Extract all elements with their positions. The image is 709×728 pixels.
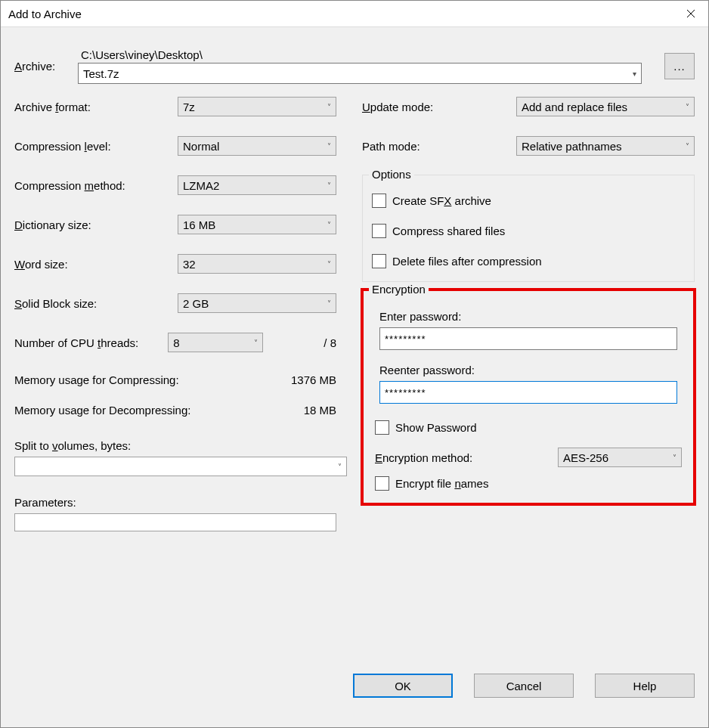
encryption-group: Encryption Enter password: ********* Ree…	[362, 290, 695, 504]
path-mode-row: Path mode: Relative pathnames˅	[362, 135, 695, 156]
checkbox-icon	[375, 476, 389, 491]
close-button[interactable]	[673, 1, 708, 26]
cancel-button[interactable]: Cancel	[474, 674, 574, 698]
archive-format-label: Archive format:	[14, 101, 178, 113]
dialog-footer: OK Cancel Help	[1, 659, 708, 727]
dictionary-size-combo[interactable]: 16 MB˅	[178, 215, 336, 234]
help-button[interactable]: Help	[595, 674, 695, 698]
path-mode-combo[interactable]: Relative pathnames˅	[516, 136, 695, 156]
checkbox-icon	[372, 194, 386, 208]
enter-password-input[interactable]: *********	[379, 327, 677, 350]
compress-shared-checkbox[interactable]: Compress shared files	[372, 222, 685, 239]
encrypt-filenames-checkbox[interactable]: Encrypt file names	[375, 475, 682, 491]
memory-compress-label: Memory usage for Compressing:	[14, 373, 179, 386]
compression-method-row: Compression method: LZMA2˅	[14, 175, 336, 196]
archive-format-row: Archive format: 7z˅	[14, 96, 336, 117]
chevron-down-icon: ˅	[686, 103, 689, 111]
checkbox-icon	[372, 254, 386, 268]
cpu-threads-total: / 8	[324, 336, 336, 349]
chevron-down-icon: ˅	[327, 221, 331, 229]
word-size-label: Word size:	[14, 258, 178, 271]
enter-password-label: Enter password:	[379, 310, 682, 323]
dictionary-size-label: Dictionary size:	[14, 218, 178, 231]
chevron-down-icon: ˅	[673, 454, 676, 462]
archive-destination-path: C:\Users\viney\Desktop\	[78, 48, 642, 61]
solid-block-combo[interactable]: 2 GB˅	[178, 293, 336, 313]
close-icon	[686, 9, 695, 18]
dictionary-size-row: Dictionary size: 16 MB˅	[14, 214, 336, 235]
chevron-down-icon: ˅	[327, 181, 331, 190]
archive-row: Archive: C:\Users\viney\Desktop\ Test.7z…	[14, 48, 695, 84]
memory-decompress-row: Memory usage for Decompressing: 18 MB	[14, 401, 336, 418]
titlebar: Add to Archive	[1, 1, 708, 27]
chevron-down-icon: ▾	[633, 70, 636, 78]
split-volumes-label: Split to volumes, bytes:	[14, 439, 336, 452]
options-legend: Options	[369, 168, 414, 181]
cpu-threads-row: Number of CPU threads: 8˅ / 8	[14, 332, 336, 353]
parameters-input[interactable]	[14, 513, 336, 531]
word-size-row: Word size: 32˅	[14, 253, 336, 274]
memory-compress-row: Memory usage for Compressing: 1376 MB	[14, 371, 336, 388]
window-title: Add to Archive	[8, 8, 82, 20]
encryption-method-row: Encryption method: AES-256˅	[375, 448, 682, 467]
compression-level-row: Compression level: Normal˅	[14, 135, 336, 156]
archive-format-combo[interactable]: 7z˅	[178, 97, 336, 116]
encryption-method-label: Encryption method:	[375, 451, 472, 464]
options-group: Options Create SFX archive Compress shar…	[362, 175, 695, 282]
checkbox-icon	[372, 224, 386, 238]
chevron-down-icon: ˅	[327, 103, 331, 111]
encryption-legend: Encryption	[369, 283, 429, 296]
reenter-password-label: Reenter password:	[379, 364, 682, 376]
compression-level-combo[interactable]: Normal˅	[178, 136, 336, 156]
encryption-method-combo[interactable]: AES-256˅	[558, 448, 682, 467]
solid-block-label: Solid Block size:	[14, 297, 178, 310]
memory-compress-value: 1376 MB	[291, 373, 336, 386]
update-mode-row: Update mode: Add and replace files˅	[362, 96, 695, 117]
chevron-down-icon: ˅	[338, 463, 342, 471]
word-size-combo[interactable]: 32˅	[178, 254, 336, 274]
reenter-password-input[interactable]: *********	[379, 381, 677, 404]
compression-level-label: Compression level:	[14, 140, 178, 153]
parameters-label: Parameters:	[14, 496, 336, 509]
solid-block-row: Solid Block size: 2 GB˅	[14, 293, 336, 314]
chevron-down-icon: ˅	[327, 299, 331, 308]
create-sfx-checkbox[interactable]: Create SFX archive	[372, 192, 685, 209]
path-mode-label: Path mode:	[362, 140, 516, 153]
chevron-down-icon: ˅	[327, 142, 331, 150]
compression-method-label: Compression method:	[14, 179, 178, 192]
chevron-down-icon: ˅	[327, 260, 331, 268]
checkbox-icon	[375, 420, 389, 435]
cpu-threads-combo[interactable]: 8˅	[168, 333, 263, 352]
browse-button[interactable]: ...	[664, 53, 695, 79]
archive-label: Archive:	[14, 60, 78, 73]
split-volumes-combo[interactable]: ˅	[14, 457, 347, 476]
chevron-down-icon: ˅	[686, 142, 689, 150]
update-mode-combo[interactable]: Add and replace files˅	[516, 97, 695, 116]
chevron-down-icon: ˅	[254, 339, 258, 347]
memory-decompress-label: Memory usage for Decompressing:	[14, 404, 190, 417]
memory-decompress-value: 18 MB	[304, 404, 336, 417]
show-password-checkbox[interactable]: Show Password	[375, 419, 682, 435]
update-mode-label: Update mode:	[362, 101, 516, 113]
ok-button[interactable]: OK	[353, 674, 453, 698]
add-to-archive-window: Add to Archive Archive: C:\Users\viney\D…	[0, 0, 709, 728]
cpu-threads-label: Number of CPU threads:	[14, 336, 168, 349]
archive-filename-value: Test.7z	[83, 67, 119, 80]
compression-method-combo[interactable]: LZMA2˅	[178, 175, 336, 195]
delete-after-checkbox[interactable]: Delete files after compression	[372, 252, 685, 269]
archive-filename-combo[interactable]: Test.7z ▾	[78, 63, 642, 84]
